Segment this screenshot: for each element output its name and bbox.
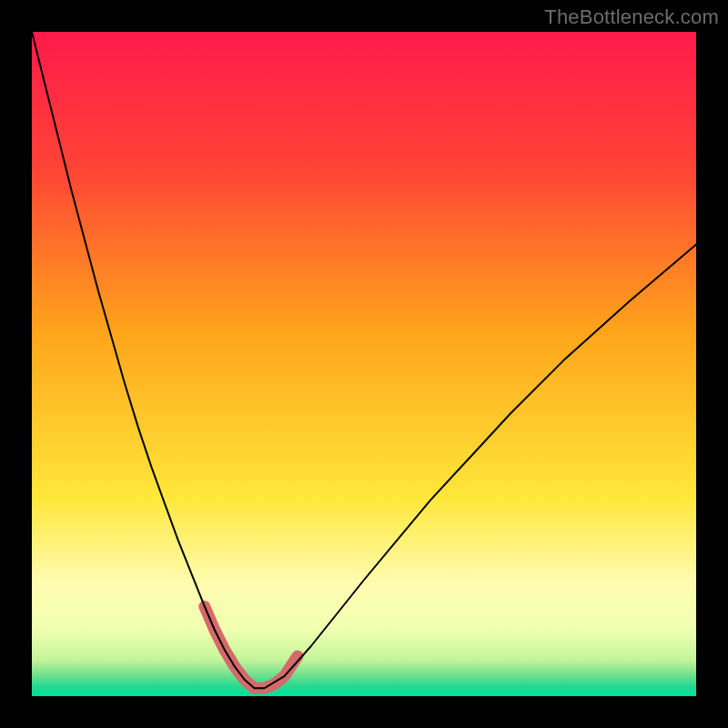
chart-background [32, 32, 696, 696]
chart-frame: TheBottleneck.com [0, 0, 728, 728]
watermark-text: TheBottleneck.com [544, 5, 719, 29]
chart-plot-area [32, 32, 696, 696]
chart-svg [32, 32, 696, 696]
